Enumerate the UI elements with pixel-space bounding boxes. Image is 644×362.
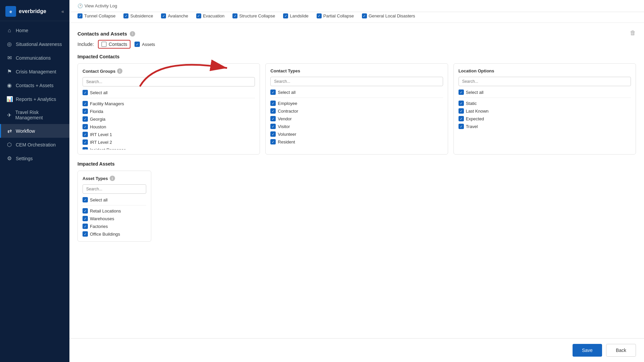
item-label: Office Buildings <box>90 232 120 237</box>
item-checkbox[interactable]: ✓ <box>270 116 276 121</box>
item-checkbox[interactable]: ✓ <box>270 108 276 114</box>
disaster-tag-label: Avalanche <box>168 13 188 18</box>
sidebar-item-crisis-management[interactable]: ⚑ Crisis Management <box>0 65 69 78</box>
item-checkbox[interactable]: ✓ <box>83 116 88 122</box>
item-checkbox[interactable]: ✓ <box>83 208 88 214</box>
item-label: Incident Response <box>90 147 126 150</box>
item-label: Volunteer <box>278 132 296 137</box>
item-checkbox[interactable]: ✓ <box>83 109 88 114</box>
sidebar-item-cem[interactable]: ⬡ CEM Orchestration <box>0 138 69 152</box>
disaster-tag[interactable]: ✓Subsidence <box>123 13 153 18</box>
item-checkbox[interactable]: ✓ <box>459 124 464 129</box>
disaster-tag[interactable]: ✓Landslide <box>283 13 309 18</box>
list-item[interactable]: ✓Office Buildings <box>83 231 146 237</box>
asset-types-select-all-checkbox[interactable]: ✓ <box>83 197 88 202</box>
list-item[interactable]: ✓IRT Level 2 <box>83 139 255 145</box>
list-item[interactable]: ✓Retail Locations <box>83 208 146 214</box>
assets-checkbox-item[interactable]: ✓ Assets <box>135 42 155 47</box>
disaster-tag-label: Evacuation <box>203 13 224 18</box>
logo-icon: e <box>5 6 16 17</box>
nav-icon-crisis-management: ⚑ <box>6 68 12 75</box>
list-item[interactable]: ✓Florida <box>83 109 255 114</box>
disaster-tag[interactable]: ✓Partial Collapse <box>317 13 354 18</box>
sidebar-item-home[interactable]: ⌂ Home <box>0 24 69 37</box>
list-item[interactable]: ✓IRT Level 1 <box>83 132 255 137</box>
item-checkbox[interactable]: ✓ <box>270 131 276 137</box>
item-label: Houston <box>90 124 106 129</box>
sidebar-item-situational-awareness[interactable]: ◎ Situational Awareness <box>0 37 69 51</box>
asset-types-select-all-row[interactable]: ✓ Select all <box>83 197 146 205</box>
contact-groups-search[interactable] <box>83 77 255 86</box>
activity-log-button[interactable]: 🕐 View Activity Log <box>77 3 117 8</box>
location-options-select-all-checkbox[interactable]: ✓ <box>459 89 464 95</box>
list-item[interactable]: ✓Volunteer <box>270 131 443 137</box>
location-options-select-all-row[interactable]: ✓ Select all <box>459 89 631 98</box>
item-checkbox[interactable]: ✓ <box>270 124 276 129</box>
sidebar-item-reports-analytics[interactable]: 📊 Reports + Analytics <box>0 92 69 106</box>
contact-groups-info-icon[interactable]: i <box>117 68 122 74</box>
contact-types-select-all-checkbox[interactable]: ✓ <box>270 89 276 95</box>
sidebar-collapse-button[interactable]: « <box>61 9 64 14</box>
disaster-tag[interactable]: ✓General Local Disasters <box>362 13 415 18</box>
item-label: Last Known <box>466 109 489 114</box>
nav-icon-reports-analytics: 📊 <box>6 96 12 102</box>
assets-checkbox[interactable]: ✓ <box>135 42 140 47</box>
delete-icon[interactable]: 🗑 <box>630 29 636 37</box>
list-item[interactable]: ✓Factories <box>83 224 146 229</box>
item-checkbox[interactable]: ✓ <box>83 147 88 149</box>
item-checkbox[interactable]: ✓ <box>459 108 464 114</box>
item-checkbox[interactable]: ✓ <box>270 139 276 144</box>
list-item[interactable]: ✓Travel <box>459 124 631 129</box>
logo-text: everbridge <box>19 8 46 14</box>
list-item[interactable]: ✓Vendor <box>270 116 443 121</box>
contacts-checkbox-highlight[interactable]: Contacts <box>98 40 130 49</box>
item-checkbox[interactable]: ✓ <box>459 101 464 106</box>
contact-types-search[interactable] <box>270 77 443 86</box>
list-item[interactable]: ✓Warehouses <box>83 216 146 221</box>
disaster-tag-label: General Local Disasters <box>369 13 415 18</box>
list-item[interactable]: ✓Houston <box>83 124 255 129</box>
sidebar-item-workflow[interactable]: ⇄ Workflow <box>0 124 69 138</box>
contact-types-select-all-row[interactable]: ✓ Select all <box>270 89 443 98</box>
item-label: Expected <box>466 116 484 121</box>
sidebar-item-travel-risk[interactable]: ✈ Travel Risk Management <box>0 106 69 124</box>
asset-types-search[interactable] <box>83 184 146 194</box>
list-item[interactable]: ✓Last Known <box>459 108 631 114</box>
list-item[interactable]: ✓Contractor <box>270 108 443 114</box>
contacts-assets-info-icon[interactable]: i <box>130 31 135 37</box>
item-checkbox[interactable]: ✓ <box>83 132 88 137</box>
contact-groups-select-all-row[interactable]: ✓ Select all <box>83 90 255 98</box>
nav-icon-communications: ✉ <box>6 55 12 61</box>
contact-types-select-all-label: Select all <box>278 90 296 95</box>
item-checkbox[interactable]: ✓ <box>83 216 88 221</box>
list-item[interactable]: ✓Incident Response <box>83 147 255 149</box>
list-item[interactable]: ✓Expected <box>459 116 631 121</box>
contacts-checkbox[interactable] <box>101 42 107 47</box>
asset-types-info-icon[interactable]: i <box>110 176 115 181</box>
save-button[interactable]: Save <box>573 344 602 357</box>
location-options-search[interactable] <box>459 77 631 86</box>
sidebar-item-contacts-assets[interactable]: ◉ Contacts + Assets <box>0 78 69 92</box>
list-item[interactable]: ✓Employee <box>270 101 443 106</box>
contact-groups-select-all-checkbox[interactable]: ✓ <box>83 90 88 95</box>
list-item[interactable]: ✓Georgia <box>83 116 255 122</box>
list-item[interactable]: ✓Static <box>459 101 631 106</box>
disaster-tag[interactable]: ✓Structure Collapse <box>232 13 275 18</box>
item-checkbox[interactable]: ✓ <box>83 139 88 145</box>
list-item[interactable]: ✓Facility Managers <box>83 101 255 106</box>
list-item[interactable]: ✓Resident <box>270 139 443 144</box>
item-checkbox[interactable]: ✓ <box>459 116 464 121</box>
list-item[interactable]: ✓Visitor <box>270 124 443 129</box>
back-button[interactable]: Back <box>606 344 636 357</box>
disaster-tag[interactable]: ✓Evacuation <box>196 13 224 18</box>
item-checkbox[interactable]: ✓ <box>83 124 88 129</box>
sidebar-item-communications[interactable]: ✉ Communications <box>0 51 69 65</box>
sidebar-item-settings[interactable]: ⚙ Settings <box>0 152 69 165</box>
disaster-tag[interactable]: ✓Tunnel Collapse <box>77 13 115 18</box>
contact-groups-panel: Contact Groups i ✓ Select all ✓Facility … <box>77 63 260 155</box>
item-checkbox[interactable]: ✓ <box>83 101 88 106</box>
disaster-tag[interactable]: ✓Avalanche <box>161 13 188 18</box>
item-checkbox[interactable]: ✓ <box>83 231 88 237</box>
item-checkbox[interactable]: ✓ <box>83 224 88 229</box>
item-checkbox[interactable]: ✓ <box>270 101 276 106</box>
